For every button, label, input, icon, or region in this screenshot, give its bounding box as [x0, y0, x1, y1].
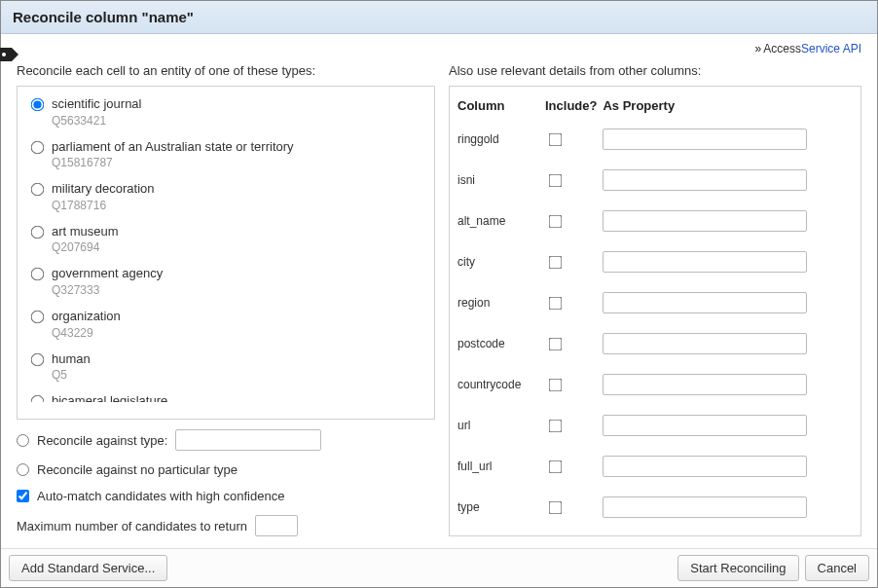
include-checkbox[interactable] — [549, 337, 563, 350]
property-input[interactable] — [603, 251, 807, 273]
detail-column-name: full_url — [457, 446, 545, 487]
include-checkbox[interactable] — [549, 296, 563, 310]
reconcile-no-type-label: Reconcile against no particular type — [37, 462, 238, 477]
property-input[interactable] — [603, 456, 807, 477]
dialog-body: » Access Service API Reconcile each cell… — [1, 34, 877, 548]
detail-column-name: region — [457, 282, 545, 323]
type-option-id: Q207694 — [52, 240, 119, 254]
access-label: Access — [763, 42, 801, 55]
property-input[interactable] — [603, 374, 807, 395]
type-option[interactable]: art museumQ207694 — [31, 224, 428, 255]
type-option-radio[interactable] — [31, 98, 45, 112]
type-option[interactable]: government agencyQ327333 — [31, 266, 428, 297]
include-checkbox[interactable] — [549, 419, 563, 432]
type-option[interactable]: military decorationQ1788716 — [31, 181, 428, 212]
footer-right-group: Start Reconciling Cancel — [677, 555, 869, 581]
dialog-footer: Add Standard Service... Start Reconcilin… — [1, 548, 877, 587]
start-reconciling-button[interactable]: Start Reconciling — [677, 555, 798, 581]
type-option-id: Q327333 — [52, 283, 163, 297]
include-checkbox[interactable] — [549, 459, 563, 473]
table-row: region — [457, 282, 853, 323]
property-input[interactable] — [603, 496, 807, 518]
service-api-link[interactable]: Service API — [801, 42, 861, 55]
right-column: Also use relevant details from other col… — [449, 59, 861, 536]
reconcile-no-type-radio[interactable] — [17, 463, 29, 476]
reconcile-type-input[interactable] — [175, 429, 321, 451]
detail-column-name: isni — [457, 160, 545, 201]
automatch-label: Auto-match candidates with high confiden… — [37, 489, 284, 503]
property-input[interactable] — [603, 169, 807, 191]
property-input[interactable] — [603, 210, 807, 232]
table-row: postcode — [457, 323, 853, 364]
property-input[interactable] — [603, 415, 807, 436]
include-checkbox[interactable] — [549, 214, 563, 228]
include-checkbox[interactable] — [549, 255, 563, 269]
automatch-checkbox[interactable] — [17, 490, 29, 502]
th-column: Column — [457, 96, 545, 119]
detail-column-name: url — [457, 405, 545, 446]
type-option-radio[interactable] — [31, 268, 45, 281]
include-checkbox[interactable] — [549, 173, 563, 187]
property-input[interactable] — [603, 333, 807, 354]
type-option[interactable]: parliament of an Australian state or ter… — [31, 139, 428, 170]
max-candidates-input[interactable] — [255, 515, 298, 536]
left-options: Reconcile against type: Reconcile agains… — [17, 429, 435, 536]
type-option-label: military decoration — [52, 181, 155, 197]
type-option[interactable]: organizationQ43229 — [31, 309, 428, 340]
opt-automatch-row: Auto-match candidates with high confiden… — [17, 489, 435, 503]
type-option-label: art museum — [52, 224, 119, 239]
reconcile-dialog: Reconcile column "name" » Access Service… — [0, 0, 878, 588]
type-option-radio[interactable] — [31, 140, 45, 154]
types-scroll[interactable]: scientific journalQ5633421parliament of … — [18, 87, 434, 402]
property-input[interactable] — [603, 129, 807, 150]
cancel-button[interactable]: Cancel — [805, 555, 869, 581]
type-option[interactable]: scientific journalQ5633421 — [31, 96, 428, 128]
table-row: alt_name — [457, 201, 853, 241]
reconcile-against-type-radio[interactable] — [17, 434, 29, 447]
type-option-label: parliament of an Australian state or ter… — [52, 139, 294, 155]
table-row: url — [457, 405, 853, 446]
type-option-id: Q5 — [52, 368, 91, 382]
left-heading: Reconcile each cell to an entity of one … — [17, 59, 435, 86]
table-row: ringgold — [457, 119, 853, 160]
detail-column-name: city — [457, 241, 545, 282]
detail-column-name: countrycode — [457, 364, 545, 405]
type-option-id: Q15816787 — [52, 156, 294, 169]
type-option[interactable]: bicameral legislatureQ189445 — [31, 393, 428, 402]
opt-max-candidates-row: Maximum number of candidates to return — [17, 515, 435, 536]
type-option-id: Q1788716 — [52, 199, 155, 212]
include-checkbox[interactable] — [549, 500, 563, 514]
max-candidates-label: Maximum number of candidates to return — [17, 519, 247, 533]
add-standard-service-button[interactable]: Add Standard Service... — [9, 555, 167, 581]
property-input[interactable] — [603, 292, 807, 313]
table-row: countrycode — [457, 364, 853, 405]
raquo-icon: » — [755, 42, 762, 55]
tag-icon — [0, 48, 18, 61]
table-row: full_url — [457, 446, 853, 487]
dialog-title: Reconcile column "name" — [1, 1, 877, 34]
table-row: city — [457, 241, 853, 282]
details-panel: Column Include? As Property ringgoldisni… — [449, 86, 861, 536]
type-option[interactable]: humanQ5 — [31, 351, 428, 383]
type-option-radio[interactable] — [31, 225, 45, 239]
type-option-radio[interactable] — [31, 352, 45, 366]
detail-column-name: ringgold — [457, 119, 545, 160]
opt-reconcile-type-row: Reconcile against type: — [17, 429, 435, 451]
type-option-label: bicameral legislature — [52, 393, 167, 402]
left-column: Reconcile each cell to an entity of one … — [17, 59, 435, 536]
detail-column-name: alt_name — [457, 201, 545, 241]
opt-no-type-row: Reconcile against no particular type — [17, 462, 435, 477]
details-table: Column Include? As Property ringgoldisni… — [457, 96, 853, 528]
table-row: isni — [457, 160, 853, 201]
type-option-id: Q43229 — [52, 326, 121, 340]
type-option-label: scientific journal — [52, 96, 142, 112]
detail-column-name: type — [457, 487, 545, 528]
include-checkbox[interactable] — [549, 132, 563, 146]
include-checkbox[interactable] — [549, 378, 563, 391]
type-option-radio[interactable] — [31, 183, 45, 197]
th-property: As Property — [603, 96, 853, 119]
columns-container: Reconcile each cell to an entity of one … — [17, 59, 861, 536]
svg-point-1 — [2, 53, 6, 56]
type-option-radio[interactable] — [31, 395, 45, 402]
type-option-radio[interactable] — [31, 311, 45, 324]
